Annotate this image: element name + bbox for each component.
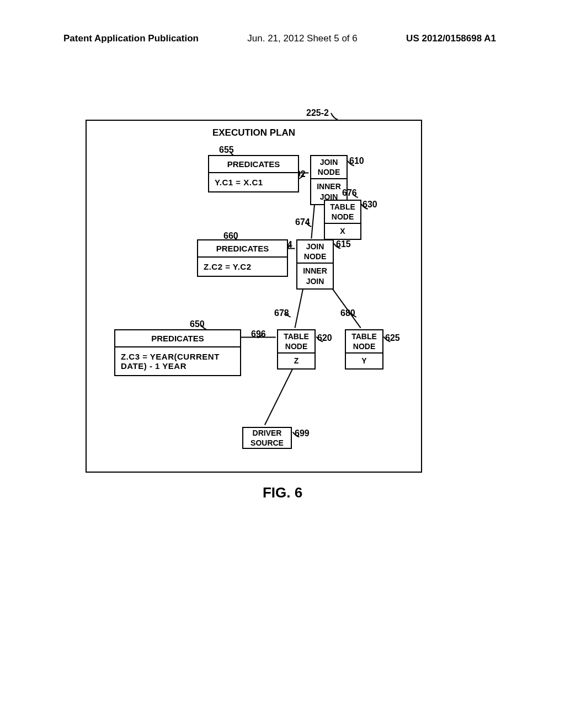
ref-674: 674: [295, 217, 310, 227]
ref-676: 676: [342, 188, 357, 198]
ref-660: 660: [223, 231, 238, 241]
ref-650: 650: [190, 319, 205, 329]
predicates-655: PREDICATES Y.C1 = X.C1: [208, 155, 299, 192]
predicates-660-header: PREDICATES: [198, 240, 287, 258]
ref-699: 699: [295, 429, 310, 438]
date-sheet: Jun. 21, 2012 Sheet 5 of 6: [247, 33, 357, 44]
table-node-x-body: X: [325, 224, 360, 238]
table-node-y: TABLE NODE Y: [345, 329, 383, 370]
figure-caption: FIG. 6: [0, 484, 565, 501]
ref-615: 615: [336, 239, 351, 249]
ref-630: 630: [363, 200, 377, 210]
driver-source: DRIVER SOURCE: [242, 427, 292, 449]
table-node-y-header: TABLE NODE: [346, 330, 382, 354]
ref-610: 610: [349, 156, 364, 166]
join-node-610-header: JOIN NODE: [311, 156, 347, 179]
predicates-655-body: Y.C1 = X.C1: [209, 173, 298, 191]
ref-655: 655: [219, 145, 234, 155]
ref-680: 680: [340, 308, 355, 318]
ref-696: 696: [251, 329, 266, 339]
svg-line-4: [265, 364, 295, 425]
predicates-650-body: Z.C3 = YEAR(CURRENT DATE) - 1 YEAR: [115, 347, 240, 375]
predicates-650: PREDICATES Z.C3 = YEAR(CURRENT DATE) - 1…: [114, 329, 241, 376]
publication-number: US 2012/0158698 A1: [406, 33, 496, 44]
table-node-z-header: TABLE NODE: [278, 330, 315, 354]
table-node-y-body: Y: [346, 354, 382, 368]
ref-625: 625: [385, 333, 400, 343]
page-header: Patent Application Publication Jun. 21, …: [63, 33, 496, 44]
ref-225-2: 225-2: [306, 108, 329, 118]
table-node-x: TABLE NODE X: [324, 200, 361, 240]
join-node-615-header: JOIN NODE: [297, 240, 333, 264]
table-node-x-header: TABLE NODE: [325, 201, 360, 224]
join-node-615-body: INNER JOIN: [297, 264, 333, 288]
ref-678: 678: [274, 308, 289, 318]
table-node-z-body: Z: [278, 354, 315, 368]
execution-plan-box: EXECUTION PLAN: [86, 120, 422, 473]
join-node-615: JOIN NODE INNER JOIN: [296, 239, 334, 290]
publication-type: Patent Application Publication: [63, 33, 199, 44]
predicates-660-body: Z.C2 = Y.C2: [198, 258, 287, 276]
predicates-650-header: PREDICATES: [115, 330, 240, 347]
table-node-z: TABLE NODE Z: [277, 329, 316, 370]
predicates-660: PREDICATES Z.C2 = Y.C2: [197, 239, 288, 277]
ref-620: 620: [317, 333, 332, 343]
predicates-655-header: PREDICATES: [209, 156, 298, 173]
driver-source-label: DRIVER SOURCE: [243, 428, 291, 448]
